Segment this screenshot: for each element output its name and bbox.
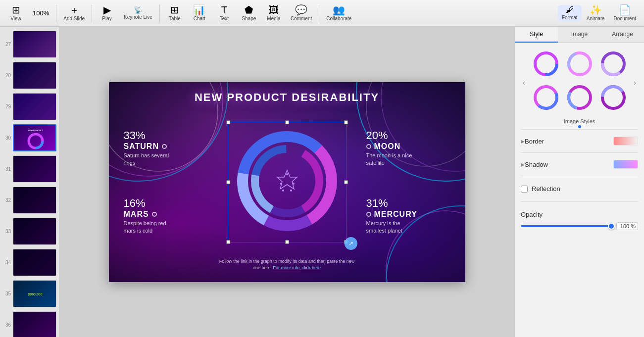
sep-4 xyxy=(319,4,319,22)
border-row[interactable]: ▶ Border xyxy=(521,135,638,147)
media-label: Media xyxy=(267,16,280,21)
comment-button[interactable]: 💬 Comment xyxy=(287,4,316,22)
format-label: Format xyxy=(562,15,578,20)
zoom-button[interactable]: 100% 100% xyxy=(29,9,53,17)
canvas-area[interactable]: NEW PRODUCT DESIRABILITY 33% SATURN xyxy=(59,27,514,337)
shadow-expand-arrow[interactable]: ▶ xyxy=(521,162,525,167)
slide-panel: 27 28 29 30 NEW PRODUCT 31 xyxy=(0,27,59,337)
play-button[interactable]: ▶ Play xyxy=(95,4,119,22)
reflection-checkbox[interactable] xyxy=(521,186,528,193)
donut-chart xyxy=(233,127,342,236)
add-slide-icon: ＋ xyxy=(69,5,79,15)
style-item-1[interactable] xyxy=(531,49,561,79)
opacity-slider-thumb[interactable] xyxy=(608,223,615,230)
style-indicator-dot xyxy=(578,125,581,128)
style-item-6[interactable] xyxy=(598,83,628,112)
chart-button[interactable]: 📊 Chart xyxy=(188,4,211,22)
moon-name: MOON xyxy=(366,142,465,151)
document-label: Document xyxy=(613,16,636,21)
table-label: Table xyxy=(169,16,181,21)
style-item-3[interactable] xyxy=(598,49,628,79)
opacity-row: Opacity xyxy=(521,207,638,222)
handle-bm[interactable] xyxy=(285,240,289,244)
footer-link[interactable]: For more info, click here xyxy=(273,265,321,270)
svg-point-21 xyxy=(286,173,288,175)
image-styles-grid xyxy=(531,49,628,112)
opacity-slider[interactable] xyxy=(521,225,612,227)
slide-thumb-34[interactable]: 34 xyxy=(0,247,59,278)
slide-thumb-36[interactable]: 36 xyxy=(0,309,59,337)
handle-ml[interactable] xyxy=(226,180,230,184)
border-color-swatch[interactable] xyxy=(613,137,638,145)
slide-thumb-29[interactable]: 29 xyxy=(0,91,59,122)
animate-button[interactable]: ✨ Animate xyxy=(583,4,609,22)
handle-tm[interactable] xyxy=(285,120,289,124)
svg-marker-20 xyxy=(277,170,297,189)
handle-mr[interactable] xyxy=(344,180,348,184)
tab-image[interactable]: Image xyxy=(558,27,601,43)
zoom-icon: 100% xyxy=(33,10,49,16)
animate-icon: ✨ xyxy=(590,5,602,15)
svg-text:NEW PRODUCT: NEW PRODUCT xyxy=(28,129,44,132)
document-icon: 📄 xyxy=(619,5,631,15)
document-button[interactable]: 📄 Document xyxy=(609,4,640,22)
table-button[interactable]: ⊞ Table xyxy=(163,4,187,22)
slide-content: NEW PRODUCT DESIRABILITY 33% SATURN xyxy=(109,82,465,282)
main-area: 27 28 29 30 NEW PRODUCT 31 xyxy=(0,27,644,337)
moon-dot xyxy=(366,144,371,149)
right-panel: Style Image Arrange ‹ xyxy=(514,27,644,337)
share-button[interactable]: ↗ xyxy=(345,237,357,250)
opacity-value[interactable]: 100 % xyxy=(616,222,638,230)
opacity-label: Opacity xyxy=(521,211,543,218)
shadow-color-swatch[interactable] xyxy=(613,160,638,169)
tab-arrange[interactable]: Arrange xyxy=(601,27,644,43)
center-icon xyxy=(277,170,297,192)
collaborate-button[interactable]: 👥 Collaborate xyxy=(322,4,355,22)
tab-style[interactable]: Style xyxy=(515,27,558,43)
comment-icon: 💬 xyxy=(295,5,307,15)
sep-1 xyxy=(56,4,56,22)
handle-bl[interactable] xyxy=(226,240,230,244)
slide-thumb-33[interactable]: 33 xyxy=(0,216,59,247)
panel-body: ‹ xyxy=(515,43,644,337)
slide-thumb-31[interactable]: 31 xyxy=(0,153,59,185)
scroll-right-arrow[interactable]: › xyxy=(632,78,638,88)
shape-button[interactable]: ⬟ Shape xyxy=(237,4,261,22)
slide-thumb-27[interactable]: 27 xyxy=(0,29,59,60)
sep-3 xyxy=(159,4,160,22)
mercury-label: 31% MERCURY Mercury is thesmallest plane… xyxy=(366,197,465,235)
slide-thumb-30[interactable]: 30 NEW PRODUCT xyxy=(0,122,59,153)
shadow-row[interactable]: ▶ Shadow xyxy=(521,158,638,171)
image-styles-label: Image Styles xyxy=(521,118,638,124)
style-item-4[interactable] xyxy=(531,83,561,112)
saturn-pct: 33% xyxy=(124,129,208,142)
collaborate-icon: 👥 xyxy=(333,5,345,15)
mercury-desc: Mercury is thesmallest planet xyxy=(366,220,465,235)
style-item-5[interactable] xyxy=(565,83,594,112)
format-button[interactable]: 🖌 Format xyxy=(558,5,582,21)
view-button[interactable]: ⊞ View xyxy=(4,4,28,22)
slide-thumb-28[interactable]: 28 xyxy=(0,60,59,91)
play-label: Play xyxy=(102,16,111,21)
scroll-left-arrow[interactable]: ‹ xyxy=(521,78,527,88)
add-slide-button[interactable]: ＋ Add Slide xyxy=(59,4,89,22)
slide-thumb-35[interactable]: 35 $960.000 xyxy=(0,278,59,309)
handle-tr[interactable] xyxy=(344,120,348,124)
keynote-live-icon: 📡 xyxy=(134,6,142,13)
view-icon: ⊞ xyxy=(12,5,20,15)
slide-thumb-32[interactable]: 32 xyxy=(0,185,59,216)
svg-text:$960.000: $960.000 xyxy=(28,292,42,296)
add-slide-label: Add Slide xyxy=(63,16,85,21)
keynote-live-button[interactable]: 📡 Keynote Live xyxy=(120,5,156,21)
border-expand-arrow[interactable]: ▶ xyxy=(521,139,525,144)
text-button[interactable]: T Text xyxy=(212,4,236,22)
media-button[interactable]: 🖼 Media xyxy=(262,4,286,22)
reflection-row: Reflection xyxy=(521,181,638,196)
footer-note: Follow the link in the graph to modify i… xyxy=(218,258,356,271)
handle-tl[interactable] xyxy=(226,120,230,124)
shadow-section: ▶ Shadow xyxy=(521,152,638,176)
svg-point-22 xyxy=(293,183,295,185)
opacity-control-row: 100 % xyxy=(521,222,638,232)
style-item-2[interactable] xyxy=(565,49,594,79)
collaborate-label: Collaborate xyxy=(326,16,351,21)
